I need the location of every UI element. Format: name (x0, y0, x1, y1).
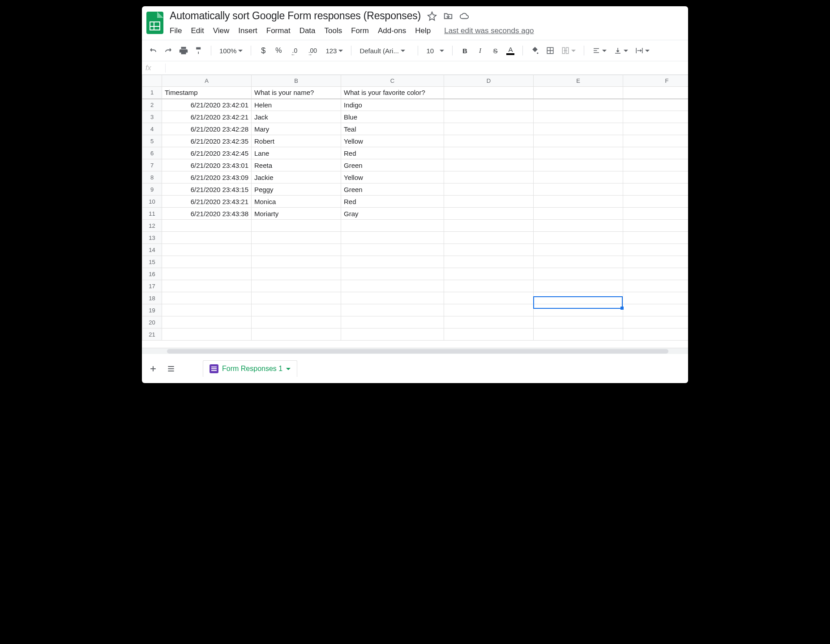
row-header[interactable]: 4 (142, 123, 162, 135)
cell-D10[interactable] (444, 196, 534, 208)
menu-data[interactable]: Data (299, 26, 316, 36)
cell-D11[interactable] (444, 208, 534, 220)
cell-C1[interactable]: What is your favorite color? (341, 87, 444, 99)
last-edit-label[interactable]: Last edit was seconds ago (444, 26, 534, 35)
cell-B5[interactable]: Robert (252, 135, 341, 147)
cell-D6[interactable] (444, 147, 534, 159)
menu-file[interactable]: File (170, 26, 182, 36)
merge-cells-dropdown[interactable] (560, 47, 578, 55)
cell-F5[interactable] (623, 135, 689, 147)
row-header[interactable]: 7 (142, 159, 162, 171)
cell-A2[interactable]: 6/21/2020 23:42:01 (162, 99, 252, 111)
cell-B7[interactable]: Reeta (252, 159, 341, 171)
cell-A6[interactable]: 6/21/2020 23:42:45 (162, 147, 252, 159)
cell-F2[interactable] (623, 99, 689, 111)
cell-A21[interactable] (162, 328, 252, 341)
row-header[interactable]: 1 (142, 87, 162, 99)
row-header[interactable]: 14 (142, 244, 162, 256)
cell-F18[interactable] (623, 292, 689, 304)
cell-C4[interactable]: Teal (341, 123, 444, 135)
cell-A1[interactable]: Timestamp (162, 87, 252, 99)
cell-E10[interactable] (534, 196, 623, 208)
row-header[interactable]: 15 (142, 256, 162, 268)
row-header[interactable]: 21 (142, 328, 162, 341)
cell-F16[interactable] (623, 268, 689, 280)
cell-D7[interactable] (444, 159, 534, 171)
cell-A7[interactable]: 6/21/2020 23:43:01 (162, 159, 252, 171)
font-size-dropdown[interactable]: 10 (424, 47, 446, 55)
cell-A14[interactable] (162, 244, 252, 256)
cell-D12[interactable] (444, 220, 534, 232)
cell-B20[interactable] (252, 316, 341, 328)
cell-C9[interactable]: Green (341, 183, 444, 196)
cell-B15[interactable] (252, 256, 341, 268)
cell-B13[interactable] (252, 232, 341, 244)
cell-C13[interactable] (341, 232, 444, 244)
cell-D4[interactable] (444, 123, 534, 135)
move-to-folder-icon[interactable] (443, 11, 453, 21)
cell-B17[interactable] (252, 280, 341, 292)
cell-B21[interactable] (252, 328, 341, 341)
cell-A16[interactable] (162, 268, 252, 280)
cell-D17[interactable] (444, 280, 534, 292)
cell-C7[interactable]: Green (341, 159, 444, 171)
cell-F9[interactable] (623, 183, 689, 196)
zoom-dropdown[interactable]: 100% (218, 47, 244, 55)
cell-B2[interactable]: Helen (252, 99, 341, 111)
cell-F17[interactable] (623, 280, 689, 292)
cell-A19[interactable] (162, 304, 252, 316)
percent-button[interactable]: % (273, 45, 284, 56)
column-header-D[interactable]: D (444, 75, 534, 87)
menu-tools[interactable]: Tools (325, 26, 342, 36)
number-format-dropdown[interactable]: 123 (324, 47, 345, 55)
cell-D19[interactable] (444, 304, 534, 316)
cell-A17[interactable] (162, 280, 252, 292)
fill-color-button[interactable] (529, 45, 541, 56)
star-icon[interactable] (427, 11, 437, 21)
cell-A9[interactable]: 6/21/2020 23:43:15 (162, 183, 252, 196)
currency-button[interactable]: $ (257, 45, 269, 56)
italic-button[interactable]: I (474, 45, 486, 56)
all-sheets-button[interactable] (165, 363, 177, 375)
cell-D15[interactable] (444, 256, 534, 268)
cell-A15[interactable] (162, 256, 252, 268)
cell-D9[interactable] (444, 183, 534, 196)
cell-C12[interactable] (341, 220, 444, 232)
undo-icon[interactable] (147, 45, 159, 56)
borders-button[interactable] (544, 45, 556, 56)
cell-A4[interactable]: 6/21/2020 23:42:28 (162, 123, 252, 135)
print-icon[interactable] (178, 45, 189, 56)
horizontal-scrollbar[interactable] (142, 348, 688, 354)
cell-C10[interactable]: Red (341, 196, 444, 208)
cell-B11[interactable]: Moriarty (252, 208, 341, 220)
cell-F10[interactable] (623, 196, 689, 208)
row-header[interactable]: 3 (142, 111, 162, 123)
cell-F4[interactable] (623, 123, 689, 135)
row-header[interactable]: 11 (142, 208, 162, 220)
cell-A18[interactable] (162, 292, 252, 304)
row-header[interactable]: 2 (142, 99, 162, 111)
cell-B3[interactable]: Jack (252, 111, 341, 123)
cell-A3[interactable]: 6/21/2020 23:42:21 (162, 111, 252, 123)
cell-B10[interactable]: Monica (252, 196, 341, 208)
cell-D3[interactable] (444, 111, 534, 123)
menu-addons[interactable]: Add-ons (378, 26, 406, 36)
row-header[interactable]: 13 (142, 232, 162, 244)
redo-icon[interactable] (163, 45, 174, 56)
cell-F19[interactable] (623, 304, 689, 316)
row-header[interactable]: 16 (142, 268, 162, 280)
cell-F3[interactable] (623, 111, 689, 123)
cell-D18[interactable] (444, 292, 534, 304)
row-header[interactable]: 6 (142, 147, 162, 159)
cell-B1[interactable]: What is your name? (252, 87, 341, 99)
row-header[interactable]: 10 (142, 196, 162, 208)
cell-F6[interactable] (623, 147, 689, 159)
cell-E3[interactable] (534, 111, 623, 123)
cell-A10[interactable]: 6/21/2020 23:43:21 (162, 196, 252, 208)
cell-D2[interactable] (444, 99, 534, 111)
sheet-tab[interactable]: Form Responses 1 (203, 360, 297, 377)
cell-E4[interactable] (534, 123, 623, 135)
bold-button[interactable]: B (459, 45, 471, 56)
cell-F15[interactable] (623, 256, 689, 268)
cell-F13[interactable] (623, 232, 689, 244)
